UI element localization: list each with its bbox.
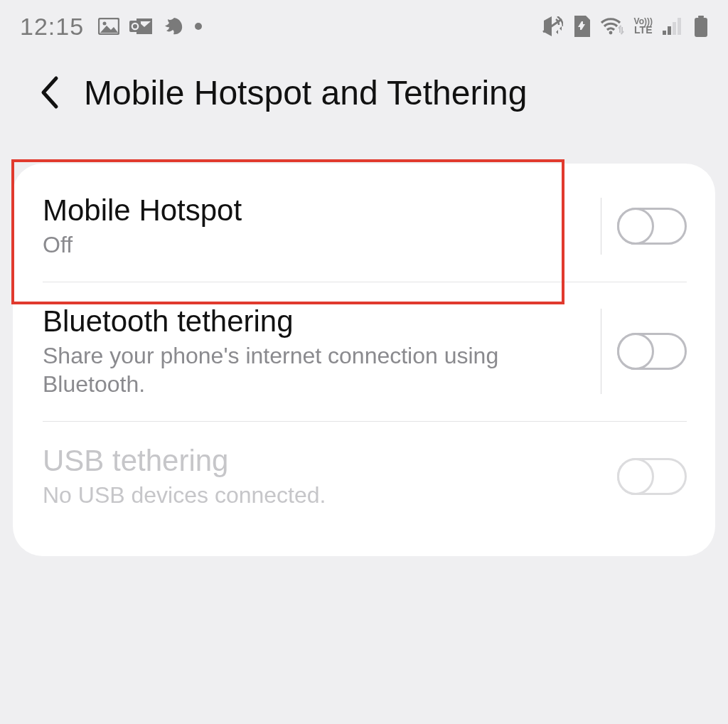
- outlook-icon: [129, 17, 154, 36]
- row-mobile-hotspot[interactable]: Mobile Hotspot Off: [13, 171, 715, 282]
- toggle-bluetooth-tethering[interactable]: [617, 333, 687, 370]
- svg-point-1: [103, 22, 107, 26]
- toggle-knob: [617, 458, 654, 495]
- leaf-icon: [164, 16, 185, 36]
- toggle-knob: [617, 333, 654, 370]
- vertical-divider: [601, 198, 601, 255]
- toggle-knob: [617, 208, 654, 245]
- status-time: 12:15: [20, 13, 84, 41]
- svg-rect-8: [673, 22, 676, 35]
- svg-rect-3: [129, 21, 141, 32]
- svg-rect-6: [663, 31, 666, 35]
- svg-rect-10: [698, 16, 704, 18]
- status-bar: 12:15: [0, 0, 728, 43]
- row-title: Bluetooth tethering: [43, 304, 578, 339]
- page-title: Mobile Hotspot and Tethering: [84, 73, 528, 112]
- vertical-divider: [601, 309, 601, 394]
- wifi-icon: [600, 17, 624, 36]
- svg-point-5: [609, 31, 612, 35]
- row-subtitle: Share your phone's internet connection u…: [43, 341, 578, 398]
- recycle-card-icon: [573, 16, 590, 37]
- gallery-icon: [98, 18, 119, 35]
- row-bluetooth-tethering[interactable]: Bluetooth tethering Share your phone's i…: [13, 282, 715, 421]
- toggle-mobile-hotspot[interactable]: [617, 208, 687, 245]
- svg-rect-11: [695, 18, 707, 37]
- row-text: USB tethering No USB devices connected.: [43, 444, 617, 509]
- vibrate-icon: [542, 16, 563, 36]
- status-right: Vo))) LTE: [542, 16, 708, 37]
- settings-card: Mobile Hotspot Off Bluetooth tethering S…: [13, 164, 715, 556]
- row-subtitle: Off: [43, 230, 578, 259]
- toggle-usb-tethering: [617, 458, 687, 495]
- row-title: Mobile Hotspot: [43, 193, 578, 228]
- row-usb-tethering: USB tethering No USB devices connected.: [13, 421, 715, 532]
- row-subtitle: No USB devices connected.: [43, 481, 610, 509]
- row-text: Mobile Hotspot Off: [43, 193, 585, 259]
- row-text: Bluetooth tethering Share your phone's i…: [43, 304, 585, 398]
- back-button[interactable]: [28, 71, 71, 114]
- battery-icon: [694, 16, 708, 37]
- page-header: Mobile Hotspot and Tethering: [0, 43, 728, 135]
- signal-bars-icon: [663, 18, 684, 35]
- status-left: 12:15: [20, 13, 202, 41]
- volte-indicator-icon: Vo))) LTE: [634, 18, 653, 34]
- svg-rect-7: [668, 26, 671, 35]
- more-notifications-dot-icon: [195, 23, 202, 30]
- row-title: USB tethering: [43, 444, 610, 478]
- svg-rect-9: [678, 18, 681, 35]
